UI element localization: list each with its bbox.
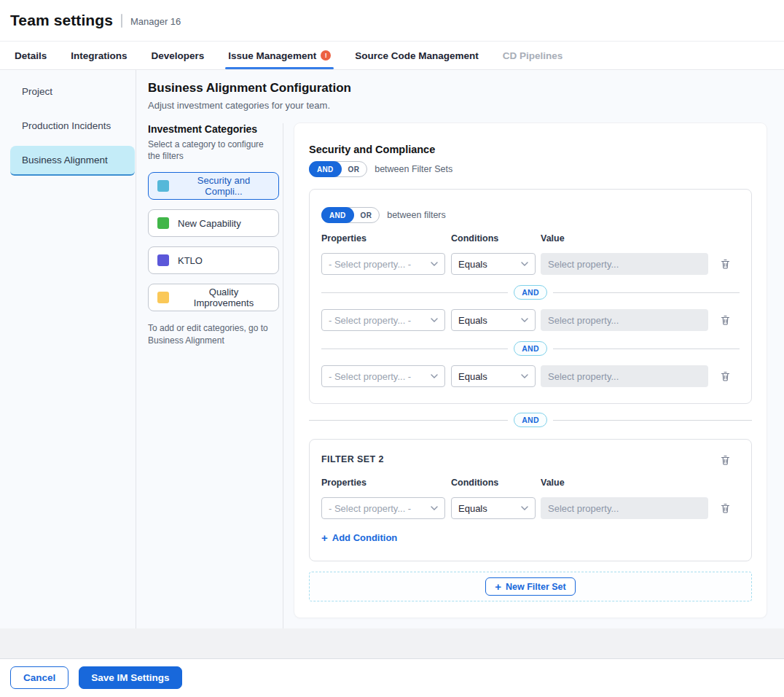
- tab-bar: Details Integrations Developers Issue Ma…: [0, 42, 784, 70]
- tab-source-code-management[interactable]: Source Code Management: [355, 42, 479, 69]
- chevron-down-icon: [521, 374, 528, 378]
- categories-title: Investment Categories: [148, 123, 283, 135]
- filter-panel: Security and Compliance AND OR between F…: [294, 123, 767, 618]
- toggle-or-option[interactable]: OR: [353, 207, 380, 223]
- tab-issue-management[interactable]: Issue Management !: [228, 42, 331, 69]
- toggle-suffix-label: between filters: [387, 210, 446, 220]
- value-input[interactable]: [541, 309, 708, 331]
- chevron-down-icon: [521, 506, 528, 510]
- and-connector: AND: [321, 341, 740, 356]
- tab-details[interactable]: Details: [15, 42, 47, 69]
- tab-cd-pipelines: CD Pipelines: [503, 42, 563, 69]
- condition-select[interactable]: Equals: [451, 309, 536, 331]
- new-filter-set-dropzone: + New Filter Set: [309, 572, 752, 601]
- filter-column-headers: Properties Conditions Value: [321, 233, 740, 244]
- value-input[interactable]: [541, 497, 708, 519]
- trash-icon: [720, 502, 731, 514]
- toggle-or-option[interactable]: OR: [340, 161, 368, 177]
- property-select[interactable]: - Select property... -: [321, 365, 445, 387]
- add-condition-button[interactable]: + Add Condition: [321, 532, 397, 543]
- and-or-toggle-filter-sets[interactable]: AND OR: [309, 161, 367, 177]
- chevron-down-icon: [521, 262, 528, 266]
- value-input[interactable]: [541, 253, 708, 275]
- filter-set-2: FILTER SET 2 Properties Conditions Value: [309, 439, 752, 561]
- toggle-and-option[interactable]: AND: [321, 207, 354, 223]
- categories-footnote: To add or edit categories, go to Busines…: [148, 322, 270, 347]
- section-title: Business Alignment Configuration: [148, 81, 767, 96]
- filter-set-2-title: FILTER SET 2: [321, 453, 384, 464]
- footer-actions: Cancel Save IM Settings: [0, 659, 784, 696]
- filter-column-headers: Properties Conditions Value: [321, 478, 740, 488]
- trash-icon: [720, 370, 731, 382]
- delete-filter-button[interactable]: [718, 313, 732, 327]
- section-subtitle: Adjust investment categories for your te…: [148, 100, 767, 111]
- value-input[interactable]: [541, 365, 708, 387]
- category-button-new-capability[interactable]: New Capability: [148, 209, 279, 237]
- app-header: Team settings Manager 16: [0, 0, 784, 42]
- trash-icon: [720, 314, 731, 326]
- and-connector: AND: [321, 285, 740, 300]
- bottom-strip: [0, 628, 784, 659]
- save-im-settings-button[interactable]: Save IM Settings: [79, 666, 181, 689]
- filter-row: - Select property... - Equals: [321, 365, 740, 387]
- condition-select[interactable]: Equals: [451, 497, 536, 519]
- settings-sidebar: Project Production Incidents Business Al…: [0, 70, 136, 628]
- team-name: Manager 16: [130, 15, 181, 27]
- category-color-swatch: [157, 180, 169, 192]
- property-select[interactable]: - Select property... -: [321, 497, 445, 519]
- category-color-swatch: [157, 254, 169, 266]
- chevron-down-icon: [431, 318, 438, 322]
- sidebar-item-business-alignment[interactable]: Business Alignment: [10, 146, 135, 176]
- sidebar-item-project[interactable]: Project: [10, 77, 135, 106]
- property-select[interactable]: - Select property... -: [321, 309, 445, 331]
- toggle-and-option[interactable]: AND: [309, 161, 342, 177]
- toggle-suffix-label: between Filter Sets: [375, 164, 452, 174]
- and-connector-between-sets: AND: [309, 413, 752, 427]
- category-color-swatch: [157, 217, 169, 229]
- selected-category-title: Security and Compliance: [309, 144, 752, 155]
- filter-row: - Select property... - Equals: [321, 497, 740, 519]
- delete-filter-set-button[interactable]: [718, 453, 732, 467]
- categories-helper-text: Select a category to configure the filte…: [148, 139, 273, 162]
- sidebar-item-production-incidents[interactable]: Production Incidents: [10, 112, 135, 140]
- delete-filter-button[interactable]: [718, 369, 732, 383]
- category-button-security-and-compliance[interactable]: Security and Compli...: [148, 172, 279, 200]
- warning-badge-icon: !: [321, 50, 331, 61]
- trash-icon: [720, 258, 731, 270]
- category-button-quality-improvements[interactable]: Quality Improvements: [148, 284, 279, 311]
- tab-developers[interactable]: Developers: [152, 42, 205, 69]
- plus-icon: +: [495, 581, 501, 592]
- trash-icon: [720, 454, 731, 466]
- cancel-button[interactable]: Cancel: [10, 666, 68, 689]
- investment-categories-column: Investment Categories Select a category …: [148, 123, 283, 628]
- content-area: Project Production Incidents Business Al…: [0, 70, 784, 628]
- filter-set-1: AND OR between filters Properties Condit…: [309, 189, 752, 404]
- page-title: Team settings: [10, 12, 113, 29]
- category-color-swatch: [157, 292, 169, 303]
- chevron-down-icon: [431, 374, 438, 378]
- delete-filter-button[interactable]: [718, 501, 732, 515]
- condition-select[interactable]: Equals: [451, 365, 536, 387]
- title-divider: [121, 14, 122, 28]
- main-region: Business Alignment Configuration Adjust …: [136, 70, 784, 628]
- category-list: Security and Compli... New Capability KT…: [148, 172, 283, 311]
- and-or-toggle-filters[interactable]: AND OR: [321, 207, 380, 223]
- condition-select[interactable]: Equals: [451, 253, 536, 275]
- filter-row: - Select property... - Equals: [321, 253, 740, 275]
- chevron-down-icon: [521, 318, 528, 322]
- category-button-ktlo[interactable]: KTLO: [148, 246, 279, 274]
- delete-filter-button[interactable]: [718, 257, 732, 271]
- filter-panel-wrap: Security and Compliance AND OR between F…: [283, 123, 767, 628]
- tab-integrations[interactable]: Integrations: [71, 42, 127, 69]
- chevron-down-icon: [431, 506, 438, 510]
- filter-row: - Select property... - Equals: [321, 309, 740, 331]
- chevron-down-icon: [431, 262, 438, 266]
- new-filter-set-button[interactable]: + New Filter Set: [485, 577, 575, 596]
- plus-icon: +: [321, 532, 328, 543]
- property-select[interactable]: - Select property... -: [321, 253, 445, 275]
